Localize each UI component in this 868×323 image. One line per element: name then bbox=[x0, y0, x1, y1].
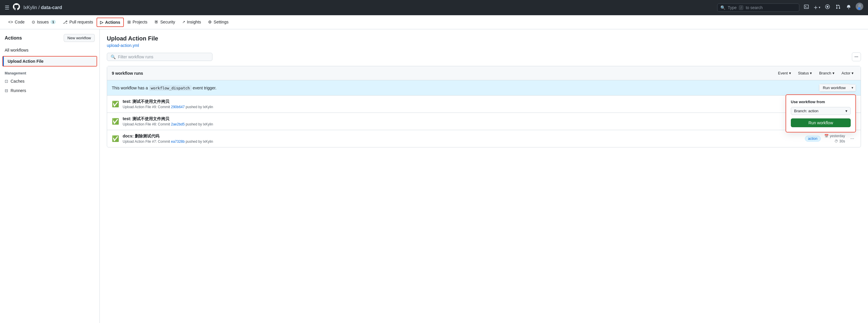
commit-link[interactable]: 2ae2bd5 bbox=[171, 122, 185, 126]
run-info: test: 测试不使用文件拷贝 Upload Action File #8: C… bbox=[123, 116, 823, 126]
main-content: Upload Action File upload-action.yml 🔍 ·… bbox=[100, 29, 868, 323]
runners-icon: ⊟ bbox=[5, 88, 8, 93]
notifications-button[interactable] bbox=[845, 3, 852, 12]
run-name[interactable]: test: 测试不使用文件拷贝 bbox=[123, 116, 823, 122]
workflow-header: Upload Action File upload-action.yml bbox=[107, 35, 861, 48]
actor-filter-button[interactable]: Actor ▾ bbox=[839, 70, 856, 76]
github-logo[interactable] bbox=[13, 3, 20, 12]
repo-breadcrumb: lxKylin / data-card bbox=[24, 5, 62, 10]
search-suffix: to search bbox=[746, 5, 763, 10]
clock-icon: ⏱ bbox=[835, 139, 838, 143]
tab-pull-requests[interactable]: ⎇ Pull requests bbox=[59, 16, 97, 29]
sidebar-item-caches[interactable]: ⊡ Caches bbox=[0, 76, 99, 86]
run-date: 📅 yesterday bbox=[824, 134, 845, 138]
filter-search-icon: 🔍 bbox=[111, 55, 116, 59]
repo-name-link[interactable]: data-card bbox=[41, 5, 62, 10]
svg-point-1 bbox=[827, 6, 828, 8]
run-workflow-button-group: Run workflow ▾ bbox=[819, 84, 856, 92]
new-workflow-button[interactable]: New workflow bbox=[64, 34, 95, 42]
status-caret-icon: ▾ bbox=[810, 71, 812, 75]
workflow-title: Upload Action File bbox=[107, 35, 861, 42]
caches-label: Caches bbox=[10, 79, 24, 83]
security-icon: ⛨ bbox=[154, 20, 158, 24]
popup-label: Use workflow from bbox=[791, 100, 851, 104]
all-workflows-label: All workflows bbox=[5, 48, 28, 52]
insights-icon: ↗ bbox=[182, 20, 185, 24]
status-filter-button[interactable]: Status ▾ bbox=[796, 70, 815, 76]
tab-actions[interactable]: ▷ Actions bbox=[97, 17, 124, 27]
actions-icon: ▷ bbox=[100, 20, 103, 25]
repo-navigation: <> Code ⊙ Issues 1 ⎇ Pull requests ▷ Act… bbox=[0, 15, 868, 29]
runners-label: Runners bbox=[10, 88, 26, 93]
runs-table-header: 9 workflow runs Event ▾ Status ▾ Branch … bbox=[107, 66, 861, 80]
run-success-icon: ✅ bbox=[112, 135, 119, 142]
run-name[interactable]: test: 测试不使用文件拷贝 bbox=[123, 99, 837, 104]
dispatch-text: This workflow has a workflow_dispatch ev… bbox=[112, 85, 217, 90]
workflow-controls: 🔍 ··· bbox=[107, 52, 861, 61]
run-time: 📅 yesterday ⏱ 30s bbox=[824, 134, 845, 143]
settings-icon: ⚙ bbox=[208, 20, 212, 24]
workflow-runs-table: 9 workflow runs Event ▾ Status ▾ Branch … bbox=[107, 66, 861, 147]
branch-select-button[interactable]: Branch: action ▾ bbox=[791, 107, 851, 115]
copilot-button[interactable] bbox=[824, 3, 831, 12]
terminal-button[interactable] bbox=[803, 3, 810, 12]
run-workflow-green-button[interactable]: Run workflow bbox=[791, 118, 851, 127]
commit-link[interactable]: 290b647 bbox=[171, 105, 185, 109]
upload-action-file-label: Upload Action File bbox=[8, 59, 43, 64]
run-meta: Upload Action File #7: Commit ea7328b pu… bbox=[123, 140, 801, 144]
global-search[interactable]: 🔍 Type / to search bbox=[717, 3, 799, 12]
run-meta: Upload Action File #8: Commit 2ae2bd5 pu… bbox=[123, 122, 823, 126]
branch-select-label: Branch: action bbox=[794, 109, 818, 113]
run-workflow-main-button[interactable]: Run workflow bbox=[819, 84, 849, 92]
create-new-button[interactable]: ▾ bbox=[813, 5, 820, 10]
nav-icons-group: ▾ bbox=[803, 3, 863, 12]
branch-filter-button[interactable]: Branch ▾ bbox=[817, 70, 837, 76]
filter-search-box[interactable]: 🔍 bbox=[107, 53, 213, 61]
sidebar-title: Actions bbox=[5, 35, 22, 41]
sidebar-item-runners[interactable]: ⊟ Runners bbox=[0, 86, 99, 95]
actor-caret-icon: ▾ bbox=[851, 71, 854, 75]
dispatch-code: workflow_dispatch bbox=[149, 85, 192, 91]
table-row: ✅ test: 测试不使用文件拷贝 Upload Action File #9:… bbox=[107, 96, 861, 113]
tab-security[interactable]: ⛨ Security bbox=[151, 16, 179, 29]
run-workflow-caret-button[interactable]: ▾ bbox=[849, 84, 856, 92]
hamburger-icon[interactable]: ☰ bbox=[5, 4, 9, 11]
create-caret: ▾ bbox=[819, 6, 820, 9]
run-info: docs: 删除测试代码 Upload Action File #7: Comm… bbox=[123, 134, 801, 144]
repo-owner-link[interactable]: lxKylin bbox=[24, 5, 37, 10]
calendar-icon: 📅 bbox=[824, 134, 829, 138]
workflow-file-link[interactable]: upload-action.yml bbox=[107, 43, 139, 48]
event-filter-button[interactable]: Event ▾ bbox=[776, 70, 793, 76]
run-success-icon: ✅ bbox=[112, 101, 119, 108]
table-row: ✅ test: 测试不使用文件拷贝 Upload Action File #8:… bbox=[107, 113, 861, 130]
pull-requests-nav-button[interactable] bbox=[835, 3, 842, 12]
run-duration: ⏱ 30s bbox=[835, 139, 845, 143]
dispatch-notice-row: This workflow has a workflow_dispatch ev… bbox=[107, 80, 861, 96]
run-more-button[interactable]: ··· bbox=[849, 135, 856, 142]
tab-projects[interactable]: ⊞ Projects bbox=[124, 16, 151, 29]
notification-dot bbox=[858, 7, 860, 10]
user-avatar-wrap[interactable] bbox=[856, 3, 863, 12]
table-row: ✅ docs: 删除测试代码 Upload Action File #7: Co… bbox=[107, 130, 861, 147]
commit-link[interactable]: ea7328b bbox=[171, 140, 185, 144]
projects-icon: ⊞ bbox=[127, 20, 131, 24]
top-navigation: ☰ lxKylin / data-card 🔍 Type / to search… bbox=[0, 0, 868, 15]
sidebar-item-upload-action-file[interactable]: Upload Action File bbox=[3, 57, 97, 66]
tab-settings[interactable]: ⚙ Settings bbox=[205, 16, 232, 29]
more-options-button[interactable]: ··· bbox=[852, 52, 861, 61]
pull-requests-icon: ⎇ bbox=[63, 20, 67, 24]
run-badge[interactable]: action bbox=[805, 136, 821, 142]
run-name[interactable]: docs: 删除测试代码 bbox=[123, 134, 801, 139]
branch-caret-icon: ▾ bbox=[833, 71, 835, 75]
event-caret-icon: ▾ bbox=[789, 71, 791, 75]
run-meta: Upload Action File #9: Commit 290b647 pu… bbox=[123, 105, 837, 109]
tab-code[interactable]: <> Code bbox=[5, 16, 28, 29]
caches-icon: ⊡ bbox=[5, 79, 8, 83]
filter-workflow-input[interactable] bbox=[118, 55, 209, 59]
run-workflow-wrap: Run workflow ▾ Use workflow from Branch:… bbox=[819, 84, 856, 92]
issues-icon: ⊙ bbox=[32, 20, 35, 24]
tab-insights[interactable]: ↗ Insights bbox=[179, 16, 205, 29]
sidebar-item-all-workflows[interactable]: All workflows bbox=[0, 45, 99, 55]
sidebar-header: Actions New workflow bbox=[0, 34, 99, 45]
tab-issues[interactable]: ⊙ Issues 1 bbox=[28, 16, 60, 29]
